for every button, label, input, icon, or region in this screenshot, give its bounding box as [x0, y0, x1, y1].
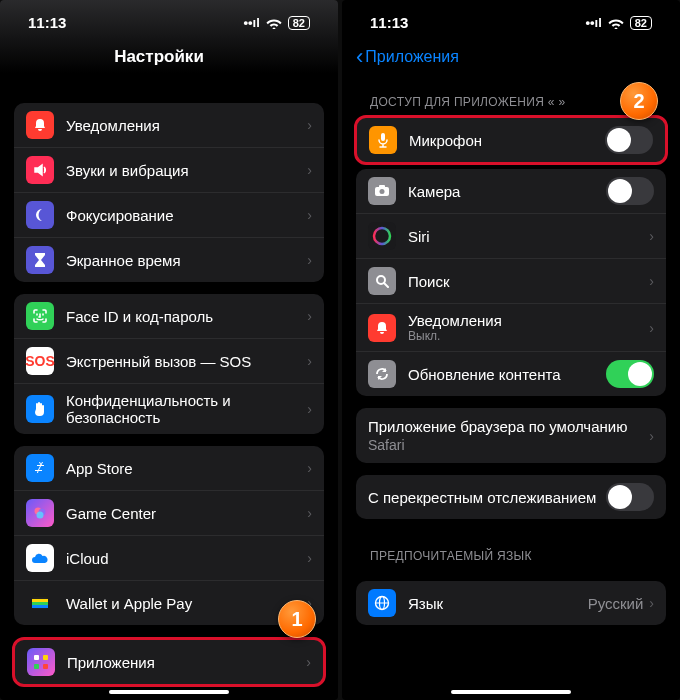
chevron-right-icon: › [649, 228, 654, 244]
row-label: Face ID и код-пароль [66, 308, 307, 325]
chevron-right-icon: › [649, 320, 654, 336]
notifications-sublabel: Выкл. [408, 329, 649, 343]
chevron-right-icon: › [307, 162, 312, 178]
svg-rect-6 [32, 605, 48, 608]
microphone-row[interactable]: Микрофон [357, 118, 665, 162]
back-button[interactable]: ‹ Приложения [356, 44, 459, 70]
row-label: Wallet и Apple Pay [66, 595, 307, 612]
camera-icon [368, 177, 396, 205]
wifi-icon [266, 17, 282, 29]
settings-row[interactable]: Уведомления› [14, 103, 324, 148]
language-row[interactable]: Язык Русский › [356, 581, 666, 625]
search-icon [368, 267, 396, 295]
bell-icon [368, 314, 396, 342]
camera-label: Камера [408, 183, 606, 200]
cross-tracking-row[interactable]: С перекрестным отслеживанием [356, 475, 666, 519]
microphone-toggle[interactable] [605, 126, 653, 154]
camera-toggle[interactable] [606, 177, 654, 205]
apps-row[interactable]: Приложения › [15, 640, 323, 684]
siri-row[interactable]: Siri › [356, 214, 666, 259]
camera-row[interactable]: Камера [356, 169, 666, 214]
moon-icon [26, 201, 54, 229]
svg-rect-5 [32, 602, 48, 605]
hand-icon [26, 395, 54, 423]
status-bar: 11:13 ••ıl 82 [342, 0, 680, 37]
apps-label: Приложения [67, 654, 306, 671]
mic-row-highlight: Микрофон [354, 115, 668, 165]
sos-icon: SOS [26, 347, 54, 375]
gamecenter-icon [26, 499, 54, 527]
svg-rect-9 [34, 664, 39, 669]
cross-tracking-toggle[interactable] [606, 483, 654, 511]
siri-icon [368, 222, 396, 250]
app-settings-screen: 11:13 ••ıl 82 ‹ Приложения ДОСТУП ДЛЯ ПР… [342, 0, 680, 700]
row-label: Game Center [66, 505, 307, 522]
svg-rect-14 [379, 185, 385, 188]
settings-row[interactable]: Фокусирование› [14, 193, 324, 238]
settings-row[interactable]: SOSЭкстренный вызов — SOS› [14, 339, 324, 384]
default-browser-row[interactable]: Приложение браузера по умолчанию Safari … [356, 408, 666, 463]
chevron-right-icon: › [649, 273, 654, 289]
default-browser-value: Safari [368, 437, 405, 453]
chevron-right-icon: › [307, 550, 312, 566]
notifications-label: Уведомления Выкл. [408, 312, 649, 343]
home-indicator [451, 690, 571, 694]
search-row[interactable]: Поиск › [356, 259, 666, 304]
microphone-icon [369, 126, 397, 154]
settings-row[interactable]: App Store› [14, 446, 324, 491]
chevron-right-icon: › [649, 595, 654, 611]
appstore-icon [26, 454, 54, 482]
home-indicator [109, 690, 229, 694]
language-header: ПРЕДПОЧИТАЕМЫЙ ЯЗЫК [356, 531, 666, 569]
time-label: 11:13 [28, 14, 66, 31]
microphone-label: Микрофон [409, 132, 605, 149]
row-label: Фокусирование [66, 207, 307, 224]
settings-row[interactable]: Face ID и код-пароль› [14, 294, 324, 339]
svg-rect-8 [43, 655, 48, 660]
row-label: Звуки и вибрация [66, 162, 307, 179]
chevron-right-icon: › [307, 353, 312, 369]
page-title: Настройки [114, 47, 204, 67]
svg-rect-7 [34, 655, 39, 660]
svg-line-17 [384, 283, 388, 287]
cross-tracking-label: С перекрестным отслеживанием [368, 489, 606, 506]
notifications-row[interactable]: Уведомления Выкл. › [356, 304, 666, 352]
row-label: Конфиденциальность и безопасность [66, 392, 307, 426]
row-label: Экранное время [66, 252, 307, 269]
apps-row-highlight: Приложения › [12, 637, 326, 687]
svg-rect-11 [381, 133, 385, 141]
settings-row[interactable]: iCloud› [14, 536, 324, 581]
svg-rect-10 [43, 664, 48, 669]
chevron-right-icon: › [307, 401, 312, 417]
settings-row[interactable]: Конфиденциальность и безопасность› [14, 384, 324, 434]
settings-row[interactable]: Звуки и вибрация› [14, 148, 324, 193]
chevron-right-icon: › [307, 308, 312, 324]
chevron-right-icon: › [307, 252, 312, 268]
nav-bar: ‹ Приложения [342, 37, 680, 77]
background-refresh-row[interactable]: Обновление контента [356, 352, 666, 396]
refresh-label: Обновление контента [408, 366, 606, 383]
app-settings-list[interactable]: ДОСТУП ДЛЯ ПРИЛОЖЕНИЯ « » Микрофон Камер… [342, 77, 680, 697]
status-icons: ••ıl 82 [243, 15, 310, 30]
refresh-toggle[interactable] [606, 360, 654, 388]
chevron-right-icon: › [306, 654, 311, 670]
svg-point-2 [37, 512, 44, 519]
row-label: Экстренный вызов — SOS [66, 353, 307, 370]
status-icons: ••ıl 82 [585, 15, 652, 30]
battery-icon: 82 [630, 16, 652, 30]
faceid-icon [26, 302, 54, 330]
wifi-icon [608, 17, 624, 29]
callout-marker-2: 2 [620, 82, 658, 120]
back-label: Приложения [365, 48, 459, 66]
siri-label: Siri [408, 228, 649, 245]
settings-row[interactable]: Game Center› [14, 491, 324, 536]
settings-row[interactable]: Экранное время› [14, 238, 324, 282]
chevron-right-icon: › [307, 117, 312, 133]
language-value: Русский [588, 595, 644, 612]
hourglass-icon [26, 246, 54, 274]
refresh-icon [368, 360, 396, 388]
svg-rect-4 [32, 599, 48, 602]
svg-point-15 [374, 228, 390, 244]
bell-icon [26, 111, 54, 139]
signal-icon: ••ıl [585, 15, 601, 30]
